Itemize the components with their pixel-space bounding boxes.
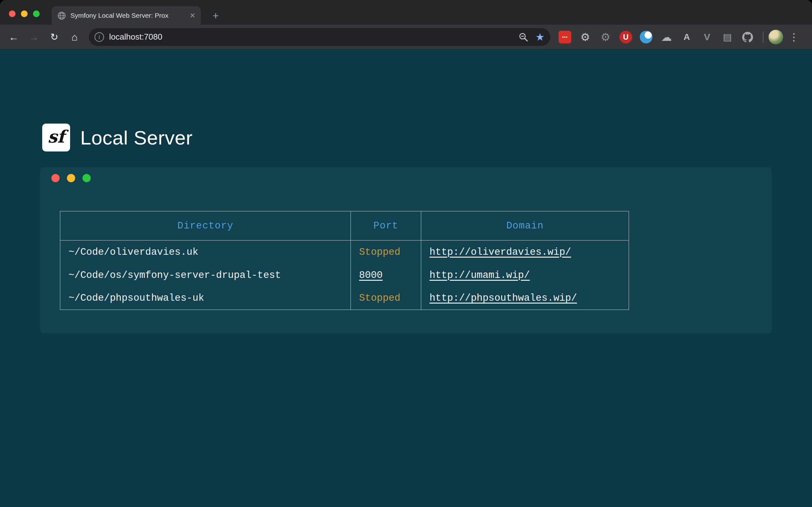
page-title: Local Server bbox=[80, 126, 193, 149]
letter-v-extension-icon[interactable]: V bbox=[701, 31, 713, 43]
server-table: Directory Port Domain ~/Code/oliverdavie… bbox=[60, 211, 629, 310]
extensions-row: ••• ⚙ ⚙ U ☁ A V ▤ bbox=[555, 31, 758, 43]
browser-window: Symfony Local Web Server: Prox × + ← → ↻… bbox=[0, 0, 812, 507]
browser-toolbar: ← → ↻ ⌂ i localhost:7080 ★ ••• ⚙ ⚙ U ☁ A… bbox=[0, 25, 812, 49]
gear-extension-icon[interactable]: ⚙ bbox=[579, 31, 592, 43]
table-row: ~/Code/phpsouthwales-uk Stopped http://p… bbox=[60, 287, 629, 310]
cloud-extension-icon[interactable]: ☁ bbox=[660, 31, 673, 43]
close-tab-icon[interactable]: × bbox=[190, 11, 195, 20]
url-text[interactable]: localhost:7080 bbox=[109, 32, 518, 42]
bookmark-star-icon[interactable]: ★ bbox=[536, 32, 545, 42]
address-bar[interactable]: i localhost:7080 ★ bbox=[89, 28, 550, 46]
column-header-port: Port bbox=[351, 211, 421, 240]
red-dots-extension-icon[interactable]: ••• bbox=[559, 31, 571, 43]
blue-circle-extension-icon[interactable] bbox=[640, 31, 653, 43]
github-extension-icon[interactable] bbox=[741, 31, 754, 43]
directory-cell: ~/Code/phpsouthwales-uk bbox=[60, 287, 351, 310]
window-zoom-button[interactable] bbox=[33, 10, 40, 17]
ublock-extension-icon[interactable]: U bbox=[619, 31, 632, 43]
column-header-domain: Domain bbox=[421, 211, 629, 240]
globe-favicon-icon bbox=[57, 11, 66, 20]
domain-link[interactable]: http://phpsouthwales.wip/ bbox=[429, 292, 577, 303]
column-header-directory: Directory bbox=[60, 211, 351, 240]
forward-button[interactable]: → bbox=[27, 30, 41, 44]
brand-header: sf Local Server bbox=[42, 124, 193, 152]
card-orange-light-icon bbox=[67, 174, 75, 182]
symfony-logo-icon: sf bbox=[42, 124, 70, 152]
directory-cell: ~/Code/oliverdavies.uk bbox=[60, 240, 351, 264]
toolbar-divider bbox=[763, 32, 763, 43]
table-header-row: Directory Port Domain bbox=[60, 211, 629, 240]
reload-button[interactable]: ↻ bbox=[47, 30, 61, 44]
table-row: ~/Code/oliverdavies.uk Stopped http://ol… bbox=[60, 240, 629, 264]
directory-cell: ~/Code/os/symfony-server-drupal-test bbox=[60, 264, 351, 287]
letter-a-extension-icon[interactable]: A bbox=[680, 31, 693, 43]
card-red-light-icon bbox=[51, 174, 60, 182]
port-link[interactable]: 8000 bbox=[359, 270, 383, 281]
tab-symfony-local-server[interactable]: Symfony Local Web Server: Prox × bbox=[52, 6, 201, 25]
card-green-light-icon bbox=[83, 174, 91, 182]
domain-link[interactable]: http://oliverdavies.wip/ bbox=[429, 246, 571, 258]
symfony-logo-text: sf bbox=[48, 126, 65, 147]
back-button[interactable]: ← bbox=[6, 30, 21, 44]
page-content: sf Local Server Directory Port Domain ~/… bbox=[0, 50, 812, 507]
port-status: Stopped bbox=[359, 292, 400, 303]
window-minimize-button[interactable] bbox=[21, 10, 28, 17]
zoom-level-icon[interactable] bbox=[518, 32, 528, 42]
tab-title: Symfony Local Web Server: Prox bbox=[70, 12, 185, 19]
window-close-button[interactable] bbox=[9, 10, 15, 17]
browser-menu-icon[interactable]: ⋮ bbox=[788, 31, 800, 43]
profile-avatar[interactable] bbox=[768, 30, 783, 44]
table-row: ~/Code/os/symfony-server-drupal-test 800… bbox=[60, 264, 629, 287]
port-status: Stopped bbox=[359, 246, 400, 258]
new-tab-button[interactable]: + bbox=[210, 10, 221, 21]
tab-strip: Symfony Local Web Server: Prox × + bbox=[0, 0, 812, 25]
dark-gear-extension-icon[interactable]: ⚙ bbox=[599, 31, 612, 43]
grid-extension-icon[interactable]: ▤ bbox=[721, 31, 734, 43]
domain-link[interactable]: http://umami.wip/ bbox=[429, 270, 530, 281]
site-info-icon[interactable]: i bbox=[95, 32, 104, 42]
home-button[interactable]: ⌂ bbox=[67, 30, 82, 44]
